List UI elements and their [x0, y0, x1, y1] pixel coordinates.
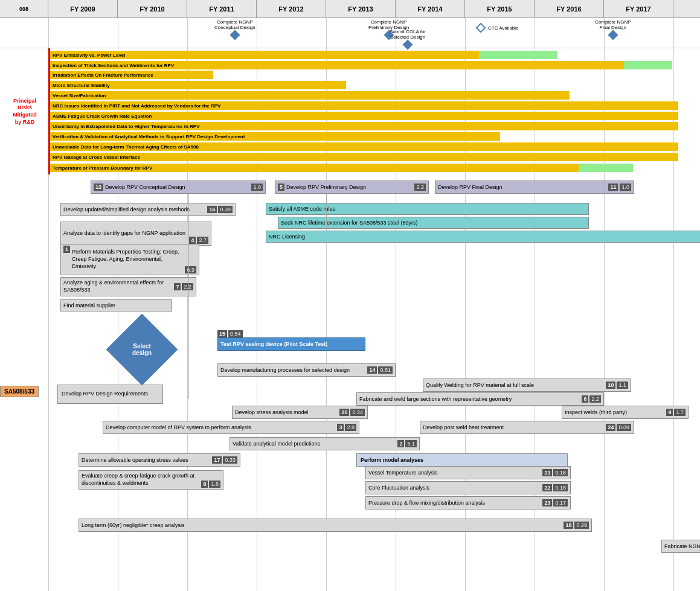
milestone-ctc: CTC Available	[477, 24, 519, 31]
task-updated-design: Develop updated/simplified design analys…	[60, 203, 236, 216]
value-materials-testing: 6.9	[185, 266, 196, 273]
label-manufacturing: Develop manufacturing processes for sele…	[220, 367, 367, 373]
risks-label: PrincipalRisksMitigatedby R&D	[3, 97, 47, 126]
label-post-weld: Develop post weld heat treatment	[423, 424, 606, 430]
value-analyze-gaps: 2.7	[197, 237, 208, 244]
label-pressure-drop: Pressure drop & flow mixing/distribution…	[368, 500, 542, 506]
milestones-row: Complete NGNPConceptual Design Complete …	[0, 18, 700, 48]
badge-rpv-final: 11	[608, 184, 618, 191]
value-validate-analytical: 5.1	[405, 440, 417, 447]
task-materials-testing: 1 Perform Materials Properties Testing: …	[60, 244, 199, 275]
header-col-2016: FY 2016	[535, 0, 604, 18]
task-pressure-drop: Pressure drop & flow mixing/distribution…	[365, 496, 571, 510]
risk-bar-2-suffix	[624, 61, 672, 69]
risk-row-5: Vessel Size/Fabrication	[50, 91, 700, 101]
select-design-container: Selectdesign	[117, 324, 167, 375]
risk-row-12: Temperature of Pressure Boundary for RPV	[50, 163, 700, 173]
milestone-conceptual-diamond	[230, 30, 240, 40]
label-materials-testing: Perform Materials Properties Testing: Cr…	[72, 249, 185, 270]
risk-bar-2: Inspection of Thick Sections and Weldmen…	[50, 61, 624, 69]
label-stress-analysis: Develop stress analysis model	[235, 409, 339, 415]
milestone-ctc-diamond	[476, 23, 486, 33]
badge-manufacturing: 14	[367, 366, 377, 374]
badge-materials-testing: 1	[63, 246, 70, 253]
risk-row-11: RPV leakage at Cross Vessel Interface	[50, 153, 700, 162]
risk-bar-3: Irradiation Effects On Fracture Performa…	[50, 71, 213, 79]
task-nrc-lifetime: Seek NRC lifetime extension for SA508/53…	[278, 217, 589, 229]
label-perform-model: Perform model analyses	[361, 457, 423, 463]
label-core-fluctuation: Core Fluctuation analysis	[368, 485, 542, 491]
header-col-2013: FY 2013	[326, 0, 396, 18]
task-core-fluctuation: Core Fluctuation analysis 22 0.18	[365, 481, 571, 494]
label-long-term-creep: Long term (60yr) negligible* creep analy…	[82, 522, 564, 528]
header-col-2015: FY 2015	[465, 0, 535, 18]
value-allowable-stress: 0.33	[223, 456, 237, 464]
value-vessel-temp: 0.18	[553, 469, 568, 476]
label-rpv-preliminary: Develop RPV Preliminary Design	[286, 184, 366, 190]
header-col-2009: FY 2009	[48, 0, 118, 18]
task-fabricate-weld: Fabricate and weld large sections with r…	[356, 392, 604, 406]
badge-analyze-gaps: 4	[189, 237, 196, 244]
header-col-2014: FY 2014	[396, 0, 465, 18]
risk-row-2: Inspection of Thick Sections and Weldmen…	[50, 60, 700, 70]
label-find-supplier: Find material supplier	[63, 302, 115, 308]
value-manufacturing: 0.81	[378, 366, 393, 374]
label-nrc-licensing: NRC Licensing	[269, 234, 305, 240]
badge-stress-analysis: 20	[339, 409, 349, 416]
task-sealing: Test RPV sealing device (Pilot Scale Tes…	[217, 337, 365, 351]
label-updated-design: Develop updated/simplified design analys…	[63, 206, 207, 212]
badge-post-weld: 24	[606, 424, 615, 431]
badge-vessel-temp: 21	[542, 469, 552, 476]
label-analyze-gaps: Analyze data to identify gaps for NGNP a…	[63, 230, 189, 237]
label-rpv-final: Develop RPV Final Design	[438, 184, 608, 190]
risk-bar-12: Temperature of Pressure Boundary for RPV	[50, 164, 579, 172]
risk-row-3: Irradiation Effects On Fracture Performa…	[50, 71, 700, 80]
badge-creep-fatigue: 8	[201, 481, 208, 488]
task-vessel-temp: Vessel Temperature analysis 21 0.18	[365, 466, 571, 479]
milestone-cola: Submit COLA forSelected Design	[390, 29, 426, 48]
grid-area: Complete NGNPConceptual Design Complete …	[0, 18, 700, 591]
badge-inspect-welds: 9	[666, 409, 673, 416]
header-row: 008 FY 2009 FY 2010 FY 2011 FY 2012 FY 2…	[0, 0, 700, 18]
value-pressure-drop: 0.17	[553, 499, 568, 506]
badge-fabricate-weld: 6	[582, 395, 588, 403]
value-stress-analysis: 0.24	[350, 409, 365, 416]
task-creep-fatigue: Evaluate creep & creep-fatigue crack gro…	[79, 470, 223, 490]
header-col-2012: FY 2012	[257, 0, 326, 18]
gantt-chart: 008 FY 2009 FY 2010 FY 2011 FY 2012 FY 2…	[0, 0, 700, 591]
value-fabricate-weld: 2.2	[589, 395, 601, 403]
label-aging-env: Analyze aging & environmental effects fo…	[63, 280, 174, 293]
task-rpv-preliminary: 5 Develop RPV Preliminary Design 2.2	[275, 180, 429, 194]
badge-rpv-preliminary: 5	[278, 184, 284, 191]
task-qualify-welding: Qualify Welding for RPV material at full…	[423, 379, 631, 392]
risk-bar-1: RPV Emissivity vs. Power Level	[50, 51, 479, 59]
risks-section: PrincipalRisksMitigatedby R&D RPV Emissi…	[48, 48, 700, 174]
label-fabricate-ngnp: Fabricate NGNP	[664, 543, 700, 549]
value-sealing: 0.54	[228, 330, 243, 337]
label-validate-analytical: Validate analytical model predictions	[233, 441, 397, 447]
risk-row-8: Uncertainty in Extrapolated Data to High…	[50, 122, 700, 132]
risk-bar-12-suffix	[579, 164, 633, 172]
label-vessel-temp: Vessel Temperature analysis	[368, 470, 542, 476]
value-updated-design: 0.39	[218, 206, 233, 213]
task-aging-env: Analyze aging & environmental effects fo…	[60, 277, 196, 296]
value-post-weld: 0.09	[617, 424, 631, 431]
value-rpv-conceptual: 1.0	[251, 184, 263, 191]
risk-bar-6: NRC Issues Identified In PIRT and Not Ad…	[50, 101, 678, 110]
badge-pressure-drop: 23	[542, 499, 552, 506]
badge-rpv-conceptual: 12	[94, 184, 103, 191]
label-rpv-requirements: Develop RPV Design Requirements	[62, 391, 148, 398]
label-inspect-welds: Inspect welds (third party)	[565, 409, 666, 415]
value-rpv-final: 1.0	[620, 184, 631, 191]
risk-row-9: Verification & Validation of Analytical …	[50, 132, 700, 142]
value-inspect-welds: 1.7	[674, 409, 686, 416]
value-qualify-welding: 1.1	[617, 382, 628, 389]
sa508-label: SA508/533	[4, 388, 34, 395]
label-creep-fatigue: Evaluate creep & creep-fatigue crack gro…	[82, 473, 201, 487]
select-design-text: Selectdesign	[132, 343, 152, 356]
badge-aging-env: 7	[174, 283, 181, 290]
badge-core-fluctuation: 22	[542, 484, 552, 491]
task-rpv-final: Develop RPV Final Design 11 1.0	[435, 180, 634, 194]
sa508-label-box: SA508/533	[0, 386, 39, 397]
risk-bar-5: Vessel Size/Fabrication	[50, 91, 570, 100]
